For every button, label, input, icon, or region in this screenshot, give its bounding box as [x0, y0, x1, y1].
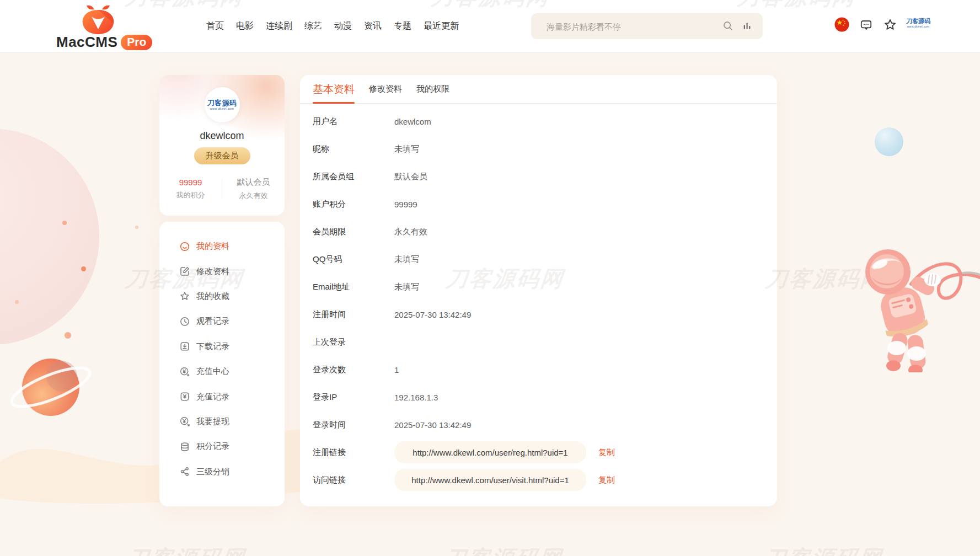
upgrade-member-button[interactable]: 升级会员 [194, 147, 250, 164]
profile-detail-card: 基本资料 修改资料 我的权限 用户名 dkewlcom 昵称 未填写 所属会员组… [300, 75, 777, 506]
nav-item-home[interactable]: 首页 [206, 20, 224, 32]
message-icon[interactable] [859, 18, 873, 32]
user-profile-card: 刀客源码 www.dkewl.com dkewlcom 升级会员 99999 我… [159, 75, 285, 216]
nav-item-movies[interactable]: 电影 [236, 20, 254, 32]
field-value: 99999 [394, 200, 417, 209]
sidebar-item-affiliate[interactable]: 三级分销 [159, 459, 285, 484]
logo-pro-badge: Pro [121, 35, 152, 50]
points-label: 我的积分 [159, 190, 222, 200]
sidebar-item-label: 积分记录 [196, 441, 229, 452]
astronaut-illustration [849, 229, 980, 372]
search-input[interactable] [545, 13, 702, 40]
field-value: 2025-07-30 13:42:49 [394, 420, 471, 430]
sidebar-item-label: 三级分销 [196, 467, 229, 477]
visit-link-input[interactable] [394, 469, 586, 491]
member-validity-value: 永久有效 [222, 191, 285, 201]
user-stats: 99999 我的积分 默认会员 永久有效 [159, 177, 285, 201]
field-row-member-term: 会员期限 永久有效 [300, 218, 777, 245]
header: MacCMS Pro 首页 电影 连续剧 综艺 动漫 资讯 专题 最近更新 [0, 0, 980, 52]
field-label: 登录IP [313, 392, 394, 403]
sidebar-item-edit-profile[interactable]: 修改资料 [159, 259, 285, 284]
clock-icon [179, 316, 190, 327]
field-label: 用户名 [313, 116, 394, 127]
tab-my-permissions[interactable]: 我的权限 [416, 75, 449, 103]
profile-fields: 用户名 dkewlcom 昵称 未填写 所属会员组 默认会员 账户积分 9999… [300, 108, 777, 494]
field-row-last-login: 上次登录 [300, 328, 777, 356]
sidebar-item-label: 我的收藏 [196, 291, 229, 302]
sidebar-item-label: 下载记录 [196, 341, 229, 352]
nav-item-topics[interactable]: 专题 [394, 20, 411, 32]
field-value: 未填写 [394, 144, 419, 154]
decor-dot [62, 221, 67, 225]
sidebar-item-points-history[interactable]: 积分记录 [159, 434, 285, 459]
avatar-logo-url: www.dkewl.com [210, 108, 234, 110]
download-icon [179, 341, 190, 352]
points-value: 99999 [159, 178, 222, 187]
field-label: QQ号码 [313, 254, 394, 265]
sidebar-item-label: 充值中心 [196, 366, 229, 377]
field-row-login-count: 登录次数 1 [300, 356, 777, 383]
sidebar-item-label: 充值记录 [196, 392, 229, 402]
field-value: 默认会员 [394, 172, 427, 182]
field-value: 未填写 [394, 254, 419, 265]
field-row-member-group: 所属会员组 默认会员 [300, 163, 777, 190]
edit-icon [179, 266, 190, 277]
field-label: 访问链接 [313, 475, 394, 485]
field-label: 会员期限 [313, 227, 394, 237]
field-value: 192.168.1.3 [394, 393, 438, 402]
sidebar-menu: 我的资料 修改资料 我的收藏 观看记录 [159, 234, 285, 484]
tab-basic-info[interactable]: 基本资料 [313, 75, 355, 103]
register-link-input[interactable] [394, 441, 586, 463]
field-row-qq: QQ号码 未填写 [300, 245, 777, 273]
ranking-chart-icon[interactable] [742, 20, 753, 31]
sidebar-item-label: 我要提现 [196, 416, 229, 427]
nav-item-series[interactable]: 连续剧 [266, 20, 292, 32]
decor-dot [135, 226, 138, 229]
site-logo[interactable]: MacCMS Pro [56, 2, 139, 51]
sidebar-item-download-history[interactable]: 下载记录 [159, 334, 285, 359]
watermark: 刀客源码网 [763, 546, 884, 556]
search-icon[interactable] [722, 20, 734, 32]
copy-visit-link-button[interactable]: 复制 [598, 475, 615, 485]
copy-register-link-button[interactable]: 复制 [598, 447, 615, 458]
nav-item-variety[interactable]: 综艺 [304, 20, 322, 32]
mini-logo-text: 刀客源码 [906, 18, 930, 24]
nav-item-news[interactable]: 资讯 [364, 20, 382, 32]
field-label: 所属会员组 [313, 172, 394, 182]
site-brand-mini-logo[interactable]: 刀客源码 www.dkewl.com [906, 18, 930, 28]
sidebar-item-label: 观看记录 [196, 316, 229, 327]
watermark: 刀客源码网 [764, 266, 886, 291]
member-group-value: 默认会员 [222, 177, 285, 188]
sidebar-item-label: 修改资料 [196, 266, 229, 277]
field-value: 1 [394, 365, 399, 375]
field-row-register-link: 注册链接 复制 [300, 439, 777, 466]
tab-edit-info[interactable]: 修改资料 [369, 75, 402, 103]
sidebar-item-my-profile[interactable]: 我的资料 [159, 234, 285, 259]
field-row-login-time: 登录时间 2025-07-30 13:42:49 [300, 411, 777, 439]
language-flag-icon[interactable] [834, 17, 849, 32]
field-value: 永久有效 [394, 227, 427, 237]
withdraw-icon [179, 416, 190, 427]
sidebar-item-withdraw[interactable]: 我要提现 [159, 409, 285, 434]
watermark: 刀客源码网 [443, 546, 564, 556]
sidebar-menu-card: 我的资料 修改资料 我的收藏 观看记录 [159, 222, 285, 506]
nav-item-recent[interactable]: 最近更新 [424, 20, 459, 32]
field-value: 未填写 [394, 282, 419, 292]
decor-dot [15, 300, 19, 304]
sidebar-item-watch-history[interactable]: 观看记录 [159, 309, 285, 334]
field-row-register-time: 注册时间 2025-07-30 13:42:49 [300, 301, 777, 328]
nav-item-anime[interactable]: 动漫 [334, 20, 352, 32]
sidebar-item-favorites[interactable]: 我的收藏 [159, 284, 285, 309]
sidebar-item-label: 我的资料 [196, 241, 229, 252]
field-row-account-points: 账户积分 99999 [300, 190, 777, 218]
sidebar-item-recharge-center[interactable]: 充值中心 [159, 359, 285, 384]
page: MacCMS Pro 首页 电影 连续剧 综艺 动漫 资讯 专题 最近更新 [0, 0, 980, 556]
favorite-star-icon[interactable] [883, 18, 897, 32]
username-text: dkewlcom [159, 130, 285, 142]
field-label: 昵称 [313, 144, 394, 154]
fruit-logo-icon [77, 3, 119, 34]
search-bar [531, 13, 763, 39]
field-label: 上次登录 [313, 337, 394, 348]
sidebar-item-recharge-history[interactable]: 充值记录 [159, 384, 285, 409]
avatar[interactable]: 刀客源码 www.dkewl.com [205, 87, 240, 122]
